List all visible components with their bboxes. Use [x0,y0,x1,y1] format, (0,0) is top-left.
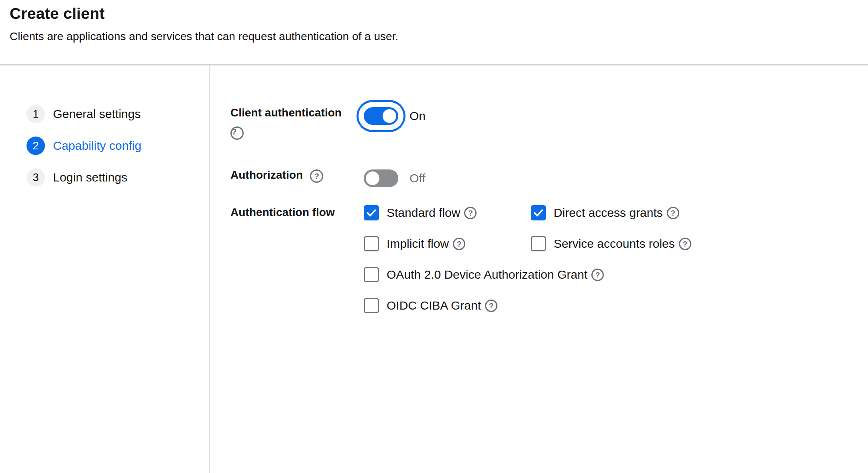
checkbox-box[interactable] [364,205,379,220]
checkbox-box[interactable] [364,267,379,282]
checkbox-implicit-flow[interactable]: Implicit flow ? [364,236,531,251]
wizard-step-general-settings[interactable]: 1 General settings [26,105,209,123]
client-authentication-control: On [364,107,426,125]
wizard-body: 1 General settings 2 Capability config 3… [0,65,868,473]
create-client-page: Create client Clients are applications a… [0,0,868,473]
checkbox-service-accounts-roles[interactable]: Service accounts roles ? [531,236,691,251]
capability-config-form: Client authentication ? On Authorization… [209,65,868,473]
step-number-badge: 3 [26,168,45,187]
checkbox-label: OAuth 2.0 Device Authorization Grant [387,268,587,281]
check-icon [533,207,544,218]
authorization-row: Authorization? Off [230,168,868,187]
standard-flow-help-icon[interactable]: ? [464,207,477,219]
implicit-flow-help-icon[interactable]: ? [453,238,465,250]
authorization-toggle[interactable] [364,169,398,187]
step-label: Capability config [53,139,141,153]
direct-access-grants-help-icon[interactable]: ? [667,207,679,219]
step-number-badge: 2 [26,137,45,155]
checkbox-direct-access-grants[interactable]: Direct access grants ? [531,205,691,220]
checkbox-box[interactable] [364,236,379,251]
authorization-label-col: Authorization? [230,168,364,183]
checkbox-label: OIDC CIBA Grant [387,299,481,312]
checkbox-label: Standard flow [387,206,460,220]
authentication-flow-options: Standard flow ? Direct access grants ? [364,205,691,313]
checkbox-box[interactable] [531,205,546,220]
authentication-flow-label: Authentication flow [230,206,335,218]
checkbox-label: Service accounts roles [554,237,675,251]
client-authentication-toggle[interactable] [364,107,398,125]
checkbox-label: Implicit flow [387,237,449,251]
checkbox-oidc-ciba-grant[interactable]: OIDC CIBA Grant ? [364,298,691,313]
wizard-steps-nav: 1 General settings 2 Capability config 3… [0,65,209,473]
page-subtitle: Clients are applications and services th… [10,30,868,43]
client-authentication-help-icon[interactable]: ? [230,126,244,140]
checkbox-box[interactable] [531,236,546,251]
client-authentication-state-label: On [410,109,426,123]
authentication-flow-label-col: Authentication flow [230,205,364,220]
wizard-step-capability-config[interactable]: 2 Capability config [26,137,209,155]
checkbox-box[interactable] [364,298,379,313]
step-label: General settings [53,107,141,121]
toggle-knob [383,109,396,123]
checkbox-oauth-device-authorization-grant[interactable]: OAuth 2.0 Device Authorization Grant ? [364,267,691,282]
checkbox-standard-flow[interactable]: Standard flow ? [364,205,531,220]
client-authentication-row: Client authentication ? On [230,106,868,140]
wizard-step-login-settings[interactable]: 3 Login settings [26,168,209,187]
oidc-ciba-grant-help-icon[interactable]: ? [485,300,497,312]
authorization-control: Off [364,169,425,187]
authorization-state-label: Off [410,171,425,185]
step-label: Login settings [53,171,127,184]
step-number-badge: 1 [26,105,45,123]
checkbox-label: Direct access grants [554,206,663,220]
check-icon [366,207,377,218]
authentication-flow-row: Authentication flow Standard flow ? [230,205,868,313]
authorization-label: Authorization [230,169,303,181]
oauth-device-grant-help-icon[interactable]: ? [591,269,604,281]
client-authentication-label: Client authentication [230,106,342,119]
toggle-knob [366,171,379,185]
page-header: Create client Clients are applications a… [0,0,868,65]
page-title: Create client [10,4,868,23]
authorization-help-icon[interactable]: ? [310,169,323,183]
client-authentication-label-col: Client authentication ? [230,106,364,140]
service-accounts-roles-help-icon[interactable]: ? [679,238,691,250]
